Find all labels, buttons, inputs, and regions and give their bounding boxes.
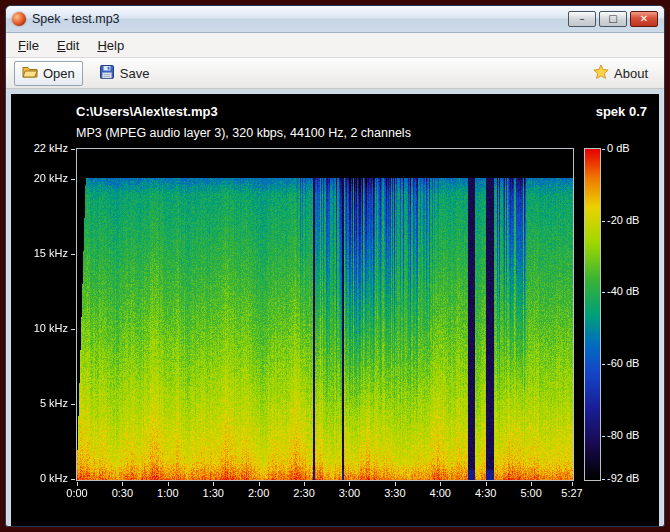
legend-tick [602, 364, 605, 365]
x-axis-label: 1:00 [148, 487, 188, 499]
x-axis-tick [122, 482, 123, 486]
x-axis-label: 5:00 [511, 487, 551, 499]
y-axis-label: 5 kHz [20, 397, 68, 409]
menu-edit[interactable]: Edit [49, 36, 87, 55]
app-icon [12, 12, 26, 26]
y-axis-label: 15 kHz [20, 247, 68, 259]
menu-help-rest: elp [107, 38, 124, 53]
close-button[interactable]: ✕ [630, 11, 658, 27]
star-icon [593, 64, 609, 83]
file-path: C:\Users\Alex\test.mp3 [76, 104, 218, 119]
about-button-label: About [614, 66, 648, 81]
x-axis-label: 4:00 [420, 487, 460, 499]
x-axis-tick [572, 482, 573, 486]
window-frame: C:\Users\Alex\test.mp3 spek 0.7 MP3 (MPE… [6, 89, 664, 531]
y-axis-label: 0 kHz [20, 472, 68, 484]
x-axis-label: 3:30 [375, 487, 415, 499]
y-axis-tick [71, 404, 75, 405]
open-button[interactable]: Open [14, 61, 83, 86]
x-axis-tick [168, 482, 169, 486]
y-axis-tick [71, 254, 75, 255]
maximize-button[interactable]: □ [599, 11, 627, 27]
menubar: File Edit Help [6, 33, 664, 58]
y-axis-tick [71, 329, 75, 330]
app-window: Spek - test.mp3 – □ ✕ File Edit Help Ope… [5, 5, 665, 527]
about-button[interactable]: About [585, 61, 656, 86]
legend-tick [602, 436, 605, 437]
y-axis-label: 20 kHz [20, 172, 68, 184]
legend-db-label: 0 dB [607, 142, 657, 154]
menu-help-accel: H [97, 38, 106, 53]
y-axis-label: 22 kHz [20, 142, 68, 154]
floppy-disk-icon [99, 64, 115, 83]
y-axis-tick [71, 179, 75, 180]
menu-help[interactable]: Help [89, 36, 132, 55]
legend-db-label: -92 dB [607, 472, 657, 484]
legend-db-label: -80 dB [607, 429, 657, 441]
toolbar: Open Save About [6, 58, 664, 89]
x-axis-tick [213, 482, 214, 486]
x-axis-tick [77, 482, 78, 486]
legend-db-label: -40 dB [607, 285, 657, 297]
db-legend-canvas [585, 149, 600, 480]
y-axis-label: 10 kHz [20, 322, 68, 334]
x-axis-tick [304, 482, 305, 486]
x-axis-label: 0:00 [57, 487, 97, 499]
legend-tick [602, 292, 605, 293]
legend-tick [602, 149, 605, 150]
format-info: MP3 (MPEG audio layer 3), 320 kbps, 4410… [76, 126, 411, 140]
x-axis-tick [440, 482, 441, 486]
save-button-label: Save [120, 66, 150, 81]
x-axis-label: 1:30 [193, 487, 233, 499]
menu-file[interactable]: File [10, 36, 47, 55]
spectrogram-plot [76, 148, 574, 481]
x-axis-tick [531, 482, 532, 486]
app-version: spek 0.7 [596, 104, 647, 119]
legend-tick [602, 479, 605, 480]
x-axis-label: 3:00 [329, 487, 369, 499]
spectrogram-view: C:\Users\Alex\test.mp3 spek 0.7 MP3 (MPE… [11, 94, 659, 526]
titlebar[interactable]: Spek - test.mp3 – □ ✕ [6, 6, 664, 33]
window-controls: – □ ✕ [568, 11, 658, 27]
x-axis-tick [349, 482, 350, 486]
x-axis-label: 4:30 [466, 487, 506, 499]
menu-edit-accel: E [57, 38, 66, 53]
save-button[interactable]: Save [91, 61, 158, 86]
x-axis-tick [395, 482, 396, 486]
legend-db-label: -20 dB [607, 214, 657, 226]
x-axis-label: 2:00 [239, 487, 279, 499]
menu-edit-rest: dit [66, 38, 80, 53]
y-axis-tick [71, 479, 75, 480]
open-button-label: Open [43, 66, 75, 81]
legend-tick [602, 221, 605, 222]
menu-file-accel: F [18, 38, 26, 53]
window-title: Spek - test.mp3 [32, 12, 120, 26]
db-legend [584, 148, 601, 481]
y-axis-tick [71, 149, 75, 150]
x-axis-label: 0:30 [102, 487, 142, 499]
legend-db-label: -60 dB [607, 357, 657, 369]
x-axis-tick [259, 482, 260, 486]
minimize-button[interactable]: – [568, 11, 596, 27]
x-axis-tick [486, 482, 487, 486]
x-axis-label: 2:30 [284, 487, 324, 499]
spectrogram-canvas [77, 149, 573, 480]
open-folder-icon [22, 64, 38, 83]
menu-file-rest: ile [26, 38, 39, 53]
x-axis-label: 5:27 [552, 487, 592, 499]
